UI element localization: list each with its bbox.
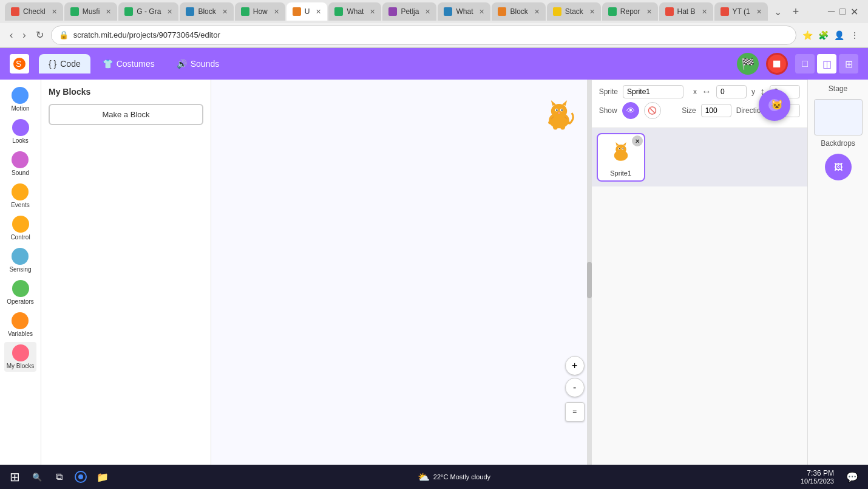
more-tabs-button[interactable]: ⌄ [769,4,787,20]
files-taskbar[interactable]: 📁 [93,467,112,487]
tab-close-checkl[interactable]: ✕ [52,8,57,16]
tab-label-u: U [305,7,310,16]
tab-close-block[interactable]: ✕ [222,8,228,16]
category-myblocks[interactable]: My Blocks [4,342,37,372]
tab-close-stack[interactable]: ✕ [589,8,595,16]
add-backdrop-button[interactable]: 🖼 [825,154,852,180]
tab-close-what1[interactable]: ✕ [370,8,375,16]
hide-button[interactable]: 🚫 [644,102,661,119]
sprite-name-input[interactable] [623,85,683,98]
taskview-button[interactable]: ⧉ [49,467,69,487]
tab-costumes[interactable]: 👕 Costumes [93,54,164,74]
svg-point-39 [619,148,620,149]
tab-what1[interactable]: What ✕ [328,2,381,21]
tab-favicon-musfi [70,7,79,16]
category-events[interactable]: Events [8,181,32,211]
zoom-out-button[interactable]: - [565,378,585,397]
tab-u[interactable]: U ✕ [287,2,328,21]
tab-block2[interactable]: Block ✕ [492,2,545,21]
sound-label: Sound [12,169,29,176]
tab-repor[interactable]: Repor ✕ [602,2,658,21]
zoom-in-button[interactable]: + [565,356,585,375]
category-looks[interactable]: Looks [10,117,32,146]
bookmark-icon[interactable]: ⭐ [801,29,813,41]
tab-close-u[interactable]: ✕ [316,8,321,16]
tab-petlja[interactable]: Petlja ✕ [382,2,436,21]
fit-button[interactable]: = [565,402,585,422]
stage-sidebar: Stage Backdrops 🖼 [807,80,868,470]
url-box[interactable]: 🔒 scratch.mit.edu/projects/907730645/edi… [51,26,796,45]
category-sensing[interactable]: Sensing [7,245,33,275]
forward-button[interactable]: › [20,27,28,43]
chrome-taskbar[interactable] [71,467,90,487]
show-button[interactable]: 👁 [622,102,639,119]
small-stage-view-button[interactable]: ⊞ [839,54,858,74]
tab-favicon-yt [721,7,729,16]
tab-code[interactable]: { } Code [39,54,90,74]
stage-thumbnail[interactable] [814,99,863,135]
clock-time: 7:36 PM [801,469,834,477]
close-button[interactable]: ✕ [850,6,858,18]
search-taskbar-button[interactable]: 🔍 [27,467,47,487]
control-dot [12,216,29,233]
x-input[interactable] [716,85,747,98]
add-sprite-button[interactable]: 😺 [759,89,790,121]
tab-how[interactable]: How ✕ [235,2,285,21]
make-block-button[interactable]: Make a Block [49,104,203,125]
vertical-scrollbar[interactable] [587,80,592,470]
full-stage-view-button[interactable]: □ [795,54,815,74]
start-button[interactable]: ⊞ [5,467,25,487]
svg-point-46 [78,474,83,479]
tab-hatb[interactable]: Hat B ✕ [659,2,713,21]
tab-close-musfi[interactable]: ✕ [106,8,111,16]
size-input[interactable] [701,104,731,117]
maximize-button[interactable]: □ [839,6,846,17]
tab-close-repor[interactable]: ✕ [646,8,652,16]
tab-gra[interactable]: G - Gra ✕ [118,2,178,21]
tab-label-stack: Stack [565,7,583,16]
clock: 7:36 PM 10/15/2023 [796,469,839,485]
tab-close-yt[interactable]: ✕ [756,8,762,16]
category-motion[interactable]: Motion [8,84,32,114]
tab-close-hatb[interactable]: ✕ [702,8,707,16]
split-view-button[interactable]: ◫ [817,54,836,74]
tab-close-petlja[interactable]: ✕ [425,8,430,16]
tab-what2[interactable]: What ✕ [438,2,490,21]
code-tab-icon: { } [49,59,56,69]
category-variables[interactable]: Variables [5,310,35,340]
category-sound[interactable]: Sound [9,149,32,179]
scroll-thumb[interactable] [587,262,592,298]
tab-stack[interactable]: Stack ✕ [547,2,601,21]
refresh-button[interactable]: ↻ [33,27,46,43]
svg-text:🖼: 🖼 [834,162,843,172]
x-label: x [693,87,697,96]
tab-checkl[interactable]: Checkl ✕ [5,2,63,21]
sprite-delete-button[interactable]: ✕ [632,135,643,146]
tab-musfi[interactable]: Musfi ✕ [64,2,118,21]
extensions-icon[interactable]: 🧩 [817,29,829,41]
tab-close-block2[interactable]: ✕ [534,8,540,16]
new-tab-button[interactable]: + [788,5,804,18]
sprite-thumb-sprite1[interactable]: ✕ [597,133,645,182]
show-label: Show [599,106,617,115]
category-operators[interactable]: Operators [4,278,36,307]
minimize-button[interactable]: ─ [828,6,835,17]
category-control[interactable]: Control [8,213,32,243]
code-area[interactable]: + - = [211,80,592,470]
stage-label: Stage [829,84,847,93]
menu-icon[interactable]: ⋮ [849,29,861,41]
tab-sounds[interactable]: 🔊 Sounds [167,54,229,74]
tab-yt[interactable]: YT (1 ✕ [714,2,768,21]
notification-button[interactable]: 💬 [841,471,863,483]
sounds-tab-icon: 🔊 [177,59,187,69]
stop-button[interactable]: ⏹ [766,53,788,75]
green-flag-button[interactable]: 🏁 [737,53,759,75]
tab-close-what2[interactable]: ✕ [479,8,484,16]
costumes-tab-icon: 👕 [103,59,113,69]
tab-block[interactable]: Block ✕ [180,2,233,21]
back-button[interactable]: ‹ [7,27,15,43]
control-label: Control [10,234,30,241]
tab-close-how[interactable]: ✕ [274,8,279,16]
tab-close-gra[interactable]: ✕ [167,8,172,16]
profile-icon[interactable]: 👤 [833,29,845,41]
